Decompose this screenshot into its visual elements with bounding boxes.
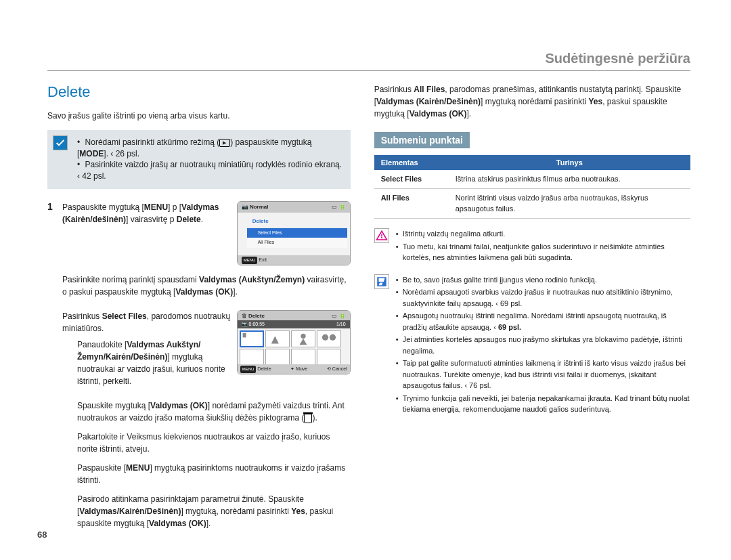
- playback-icon: [219, 139, 230, 147]
- step-3: 🗑 Delete▭ 🔋 📷 0:00:551/10: [47, 310, 351, 391]
- substep-b: Spauskite mygtuką [Valdymas (OK)] norėda…: [47, 400, 351, 424]
- table-row: Select Files Ištrina atskirus pasirinktu…: [374, 170, 690, 189]
- warn-item: Tuo metu, kai trinami failai, neatjunkit…: [396, 241, 690, 263]
- tip-item: Be to, savo įrašus galite trinti įjungus…: [396, 274, 690, 286]
- table-row: All Files Norint ištrinti visus vaizdo į…: [374, 189, 690, 219]
- th-elementas: Elementas: [374, 155, 449, 170]
- warn-item: Ištrintų vaizdų negalima atkurti.: [396, 228, 690, 240]
- svg-point-4: [381, 237, 382, 238]
- tip-box: Be to, savo įrašus galite trinti įjungus…: [374, 274, 690, 416]
- svg-rect-0: [242, 333, 246, 338]
- submenu-heading: Submeniu punktai: [374, 132, 470, 148]
- tip-item: Apsaugotų nuotraukų ištrinti negalima. N…: [396, 310, 690, 332]
- th-turinys: Turinys: [449, 155, 690, 170]
- section-header: Sudėtingesnė peržiūra: [47, 51, 690, 71]
- info-item-1: Norėdami pasirinkti atkūrimo režimą () p…: [77, 137, 342, 160]
- trash-icon: [304, 414, 312, 423]
- warning-icon: [374, 228, 389, 243]
- check-icon: [53, 135, 68, 150]
- page-title: Delete: [47, 83, 351, 101]
- tip-icon: [374, 274, 389, 289]
- right-paragraph: Pasirinkus All Files, parodomas pranešim…: [374, 83, 690, 120]
- tip-item: Jei atminties kortelės apsaugos nuo įraš…: [396, 334, 690, 356]
- mock-thumbnail-ui: 🗑 Delete▭ 🔋 📷 0:00:551/10: [237, 310, 351, 374]
- info-item-2: Pasirinkite vaizdo įrašų ar nuotraukų mi…: [77, 159, 342, 182]
- tip-item: Taip pat galite suformatuoti atminties l…: [396, 358, 690, 391]
- mock-menu-ui: 📷 Normal▭ 🔋 Delete Select Files All File…: [237, 201, 351, 265]
- svg-point-3: [330, 335, 336, 341]
- intro-text: Savo įrašus galite ištrinti po vieną arb…: [47, 110, 351, 122]
- info-box: Norėdami pasirinkti atkūrimo režimą () p…: [47, 130, 351, 189]
- submenu-table: Elementas Turinys Select Files Ištrina a…: [374, 155, 690, 219]
- page-number: 68: [37, 530, 47, 540]
- warning-box: Ištrintų vaizdų negalima atkurti. Tuo me…: [374, 228, 690, 265]
- svg-point-2: [322, 335, 328, 341]
- substep-e: Pasirodo atitinkama pasirinktajam parame…: [47, 493, 351, 530]
- step-2: Pasirinkite norimą parinktį spausdami Va…: [47, 274, 351, 302]
- step-1: 1 📷 Normal▭ 🔋 Delete Select Files All Fi…: [47, 201, 351, 265]
- substep-c: Pakartokite ir Veiksmus kiekvienos nuotr…: [47, 431, 351, 455]
- substep-d: Paspauskite [MENU] mygtuką pasirinktoms …: [47, 462, 351, 486]
- svg-point-1: [301, 334, 305, 339]
- tip-item: Norėdami apsaugoti svarbius vaizdo įrašu…: [396, 286, 690, 309]
- svg-rect-5: [381, 234, 382, 237]
- tip-item: Trynimo funkcija gali neveikti, jei bate…: [396, 393, 690, 415]
